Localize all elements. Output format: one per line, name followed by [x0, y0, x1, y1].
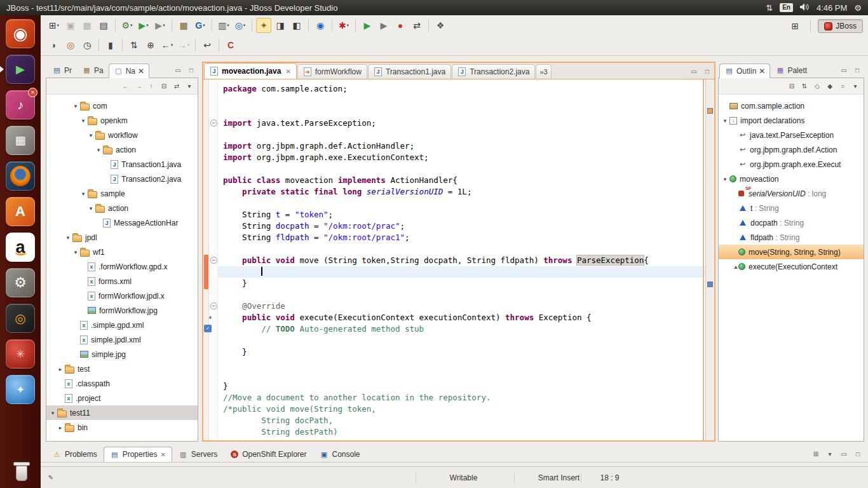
previous-annotation-button[interactable]: ◧: [289, 18, 304, 33]
tree-item-workflow[interactable]: ▾workflow: [46, 128, 198, 142]
editor-tab-transaction2-java[interactable]: JTransaction2.java: [452, 64, 535, 79]
expanded-arrow-icon[interactable]: ▾: [87, 132, 95, 139]
expand-all-button[interactable]: ⊕: [143, 37, 158, 53]
launcher-item-trash[interactable]: [6, 458, 35, 487]
close-tab-icon[interactable]: ✕: [759, 67, 765, 76]
fold-marker-icon[interactable]: −: [210, 257, 217, 264]
tree-item-test[interactable]: ▸test: [46, 362, 198, 376]
code-line-29[interactable]: /*public void move(String token,: [203, 403, 705, 415]
code-line-4[interactable]: import java.text.ParseException;: [203, 118, 705, 129]
code-line-17[interactable]: [203, 266, 705, 278]
stop-server-button[interactable]: ●: [393, 18, 408, 33]
tab-outline[interactable]: ▤ Outlin ✕: [719, 64, 770, 78]
code-line-3[interactable]: [203, 106, 705, 118]
code-line-31[interactable]: String destPath): [203, 426, 705, 438]
remote-monitor-button[interactable]: ▮: [103, 37, 118, 53]
expanded-arrow-icon[interactable]: ▾: [79, 118, 87, 124]
code-line-14[interactable]: String fldpath = "/okm:root/prac1";: [203, 232, 705, 243]
outline-item-org-jbpm-graph-exe-execut[interactable]: ↩org.jbpm.graph.exe.Execut: [719, 157, 864, 172]
expanded-arrow-icon[interactable]: ▾: [64, 234, 72, 241]
perspective-jboss-button[interactable]: JBoss: [818, 19, 863, 33]
new-server-button[interactable]: ▥▾: [216, 18, 231, 33]
forward-button[interactable]: →: [133, 81, 144, 92]
outline-item-t[interactable]: t : String: [719, 201, 864, 215]
code-line-30[interactable]: String docPath,: [203, 415, 705, 426]
code-line-9[interactable]: public class moveaction implements Actio…: [203, 175, 705, 186]
code-editor[interactable]: package com.sample.action;import java.te…: [203, 79, 714, 440]
launcher-item-system-settings[interactable]: ⚙: [6, 268, 35, 297]
view-tab-console[interactable]: ▣Console: [313, 447, 367, 462]
launcher-item-dash-home[interactable]: ◉: [6, 19, 35, 48]
expanded-arrow-icon[interactable]: ▾: [721, 176, 729, 182]
outline-item-com-sample-action[interactable]: com.sample.action: [719, 98, 864, 113]
tree-item-simple-jpg[interactable]: simple.jpg: [46, 347, 198, 362]
keyboard-layout-indicator[interactable]: En: [780, 3, 793, 12]
view-menu-button[interactable]: ▾: [184, 81, 194, 92]
debug-server-button[interactable]: ▶: [376, 18, 391, 33]
up-button[interactable]: ↑: [146, 81, 156, 92]
tree-item-action[interactable]: ▾action: [46, 201, 198, 215]
clock[interactable]: 4:46 PM: [817, 3, 847, 13]
editor-tab-formworkflow[interactable]: ➔formWorkflow: [297, 64, 367, 79]
fold-marker-icon[interactable]: −: [210, 302, 217, 309]
code-line-5[interactable]: [203, 129, 705, 140]
code-line-13[interactable]: String docpath = "/okm:root/prac";: [203, 220, 705, 232]
link-with-editor-button[interactable]: ⇄: [172, 81, 182, 92]
maximize-button[interactable]: □: [702, 66, 712, 76]
sort-button[interactable]: ⇅: [799, 81, 810, 92]
code-line-8[interactable]: [203, 163, 705, 175]
last-edit-location-button[interactable]: ↩: [200, 37, 215, 53]
sort-alpha-button[interactable]: ⇅: [126, 37, 142, 53]
expanded-arrow-icon[interactable]: ▾: [49, 410, 57, 416]
minimize-button[interactable]: ▭: [173, 65, 183, 75]
code-line-2[interactable]: [203, 95, 705, 106]
collapsed-arrow-icon[interactable]: ▸: [57, 366, 64, 372]
jbpm-diagram-button[interactable]: ❖: [433, 18, 448, 33]
publish-server-button[interactable]: ⇄: [409, 18, 424, 33]
code-line-24[interactable]: }: [203, 346, 705, 358]
tab-palette[interactable]: ▦ Palett: [770, 63, 812, 78]
collapse-all-button[interactable]: ⊟: [787, 81, 797, 92]
tree-item-formworkflow-gpd-x[interactable]: x.formWorkflow.gpd.x: [46, 259, 198, 274]
hide-fields-button[interactable]: ◇: [812, 81, 822, 92]
jboss-tools-config-button[interactable]: ◎: [63, 37, 78, 53]
tree-item-sample[interactable]: ▾sample: [46, 186, 198, 201]
tree-item-classpath[interactable]: x.classpath: [46, 376, 198, 391]
close-tab-icon[interactable]: ✕: [285, 68, 290, 75]
tab-packages[interactable]: ▦ Pa: [77, 63, 109, 78]
code-line-19[interactable]: [203, 289, 705, 301]
view-menu-button[interactable]: ▾: [825, 449, 835, 459]
expanded-arrow-icon[interactable]: ▾: [79, 191, 87, 197]
launcher-item-rhythmbox[interactable]: ♪✕: [6, 90, 35, 119]
tree-item-jpdl[interactable]: ▾jpdl: [46, 230, 198, 245]
web-service-wizard-button[interactable]: ◎▾: [233, 18, 248, 33]
tree-item-bin[interactable]: ▸bin: [46, 420, 198, 435]
collapsed-arrow-icon[interactable]: ▸: [57, 424, 64, 431]
new-view-button[interactable]: ⊞: [811, 449, 821, 459]
code-content[interactable]: package com.sample.action;import java.te…: [203, 79, 705, 440]
start-server-button[interactable]: ▶: [360, 18, 375, 33]
back-button[interactable]: ←▾: [159, 37, 175, 53]
launcher-item-jboss-central[interactable]: ✳: [6, 339, 35, 369]
code-line-20[interactable]: @Override: [203, 301, 705, 312]
launcher-item-ubuntu-software-center[interactable]: A: [6, 197, 35, 226]
volume-icon[interactable]: [800, 3, 810, 13]
forward-button[interactable]: →▾: [176, 37, 191, 53]
network-sync-icon[interactable]: ⇅: [766, 3, 773, 13]
code-line-27[interactable]: }: [203, 381, 705, 392]
fold-marker-icon[interactable]: −: [210, 119, 217, 126]
expanded-arrow-icon[interactable]: ▾: [72, 249, 79, 255]
hide-static-members-button[interactable]: ◆: [825, 81, 835, 92]
toggle-highlight-button[interactable]: ✦: [256, 18, 271, 33]
outline-item-move-string-string-string[interactable]: move(String, String, String): [719, 245, 864, 259]
maximize-button[interactable]: □: [186, 65, 196, 75]
code-line-23[interactable]: [203, 335, 705, 346]
status-toolbar-icon[interactable]: ✎: [46, 472, 56, 482]
run-button[interactable]: ▶▾: [136, 18, 151, 33]
next-annotation-button[interactable]: ◨: [273, 18, 288, 33]
overview-marker[interactable]: [707, 281, 713, 287]
maximize-view-button[interactable]: □: [853, 449, 863, 459]
minimize-button[interactable]: ▭: [839, 65, 849, 75]
expanded-arrow-icon[interactable]: ▾: [721, 118, 729, 124]
tree-item-wf1[interactable]: ▾wf1: [46, 245, 198, 259]
